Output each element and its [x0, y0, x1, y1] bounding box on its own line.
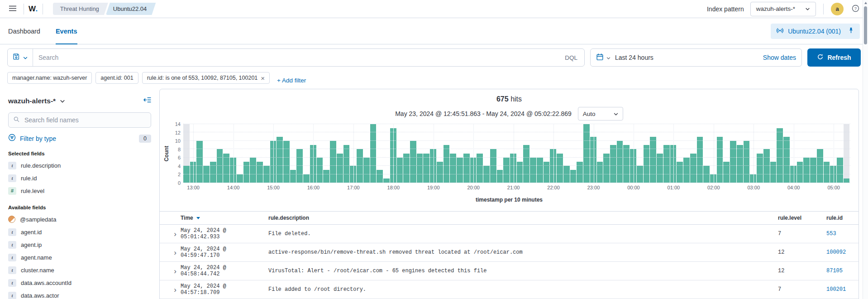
expand-row-button[interactable]: › — [169, 286, 181, 294]
y-gridline — [183, 157, 850, 158]
field-type-text-icon: t — [8, 228, 16, 236]
field-type-number-icon: # — [8, 187, 16, 195]
field-search-input[interactable] — [24, 116, 146, 124]
cell-rule-id-link[interactable]: 100201 — [826, 286, 850, 293]
field-type-text-icon: t — [8, 162, 16, 169]
column-time[interactable]: Time — [181, 215, 268, 221]
filter-by-type-label: Filter by type — [20, 135, 56, 142]
filter-pill[interactable]: agent.id: 001 — [95, 72, 138, 84]
menu-button[interactable] — [6, 3, 19, 15]
calendar-icon — [596, 53, 604, 63]
field-item[interactable]: @sampledata — [8, 213, 151, 226]
column-rule-id[interactable]: rule.id — [826, 215, 850, 221]
tab-dashboard[interactable]: Dashboard — [8, 18, 40, 44]
time-range-value[interactable]: Last 24 hours — [615, 54, 763, 61]
date-picker-menu[interactable] — [596, 53, 615, 63]
column-rule-description[interactable]: rule.description — [268, 215, 778, 221]
field-item[interactable]: tdata.aws.actor — [8, 289, 151, 299]
breadcrumb-item[interactable]: Threat Hunting — [53, 3, 108, 15]
filter-bar: manager.name: wazuh-serveragent.id: 001r… — [0, 71, 868, 89]
field-item[interactable]: tagent.name — [8, 251, 151, 264]
expand-row-icon: › — [174, 248, 176, 257]
fields-sidebar: wazuh-alerts-* Filter by type 0 Selected… — [0, 89, 159, 299]
expand-row-icon: › — [174, 230, 176, 238]
breadcrumb-item[interactable]: Ubuntu22.04 — [106, 3, 156, 15]
interval-select[interactable]: Auto — [578, 107, 623, 121]
x-tick-label: 17:00 — [347, 185, 360, 190]
cell-rule-id-link[interactable]: 553 — [826, 231, 850, 237]
search-input[interactable] — [33, 54, 558, 61]
column-rule-level[interactable]: rule.level — [778, 215, 826, 221]
x-tick-label: 05:00 — [827, 185, 840, 190]
cell-rule-level: 12 — [778, 249, 826, 256]
table-row: ›May 24, 2024 @ 04:58:44.742VirusTotal: … — [160, 262, 858, 280]
filter-count-badge: 0 — [139, 135, 151, 143]
avatar[interactable]: a — [831, 3, 844, 15]
x-tick-label: 15:00 — [267, 185, 280, 190]
histogram-bar-fill — [677, 162, 683, 183]
histogram-bar-fill — [237, 174, 243, 183]
cell-rule-level: 7 — [778, 231, 826, 237]
filter-pill[interactable]: rule.id: is one of 553, 10092, 87105, 10… — [142, 72, 270, 84]
query-bar: DQL Last 24 hours Show dates Refresh — [0, 44, 868, 71]
histogram-bar-fill — [610, 145, 616, 183]
cell-rule-id-link[interactable]: 87105 — [826, 268, 850, 274]
histogram-bar-fill — [557, 154, 563, 183]
histogram-bar-fill — [757, 154, 763, 183]
histogram-bar-fill — [196, 141, 203, 183]
show-dates-button[interactable]: Show dates — [763, 54, 796, 61]
histogram-bar-fill — [837, 158, 843, 183]
divider — [43, 4, 43, 14]
histogram-chart: Count 02468101214 13:0014:0015:0016:0017… — [160, 124, 858, 205]
scrollbar-up-arrow[interactable] — [864, 2, 867, 4]
save-query-icon — [13, 53, 20, 62]
field-type-text-icon: t — [8, 174, 16, 182]
saved-query-menu[interactable] — [8, 49, 33, 66]
x-tick-label: 02:00 — [707, 185, 720, 190]
histogram-bar-fill — [723, 162, 730, 183]
cell-time: May 24, 2024 @ 05:01:42.933 — [181, 227, 268, 240]
add-filter-button[interactable]: + Add filter — [277, 77, 306, 84]
field-search — [8, 112, 151, 128]
histogram-bar-fill — [337, 154, 343, 183]
close-icon[interactable]: × — [261, 75, 265, 82]
y-tick-label: 12 — [175, 130, 181, 135]
field-item[interactable]: trule.description — [8, 159, 151, 172]
field-item[interactable]: tdata.aws.accountId — [8, 276, 151, 289]
selected-fields-label: Selected fields — [8, 151, 151, 156]
filter-by-type[interactable]: Filter by type 0 — [8, 134, 151, 143]
histogram-bar-fill — [563, 166, 570, 183]
query-language-button[interactable]: DQL — [558, 54, 584, 61]
index-pattern-select[interactable]: wazuh-alerts-* — [750, 2, 816, 16]
field-item[interactable]: tcluster.name — [8, 264, 151, 276]
topbar-right: Index pattern wazuh-alerts-* a ? — [707, 2, 862, 16]
x-gridline — [313, 124, 314, 183]
histogram-bar-fill — [263, 166, 270, 183]
filter-pill[interactable]: manager.name: wazuh-server — [7, 72, 92, 84]
app-logo[interactable]: W. — [29, 5, 38, 14]
page-scrollbar[interactable] — [863, 0, 868, 299]
expand-row-button[interactable]: › — [169, 249, 181, 256]
x-tick-label: 00:00 — [627, 185, 640, 190]
tab-events[interactable]: Events — [56, 18, 77, 44]
refresh-button[interactable]: Refresh — [807, 48, 861, 67]
field-item[interactable]: tagent.ip — [8, 238, 151, 251]
sidebar-index-pattern: wazuh-alerts-* — [8, 97, 56, 105]
field-item[interactable]: trule.id — [8, 172, 151, 184]
pinned-agent-pill[interactable]: Ubuntu22.04 (001) — [771, 24, 860, 39]
x-tick-label: 21:00 — [507, 185, 520, 190]
expand-row-button[interactable]: › — [169, 230, 181, 238]
x-gridline — [353, 124, 354, 183]
top-header: W. Threat HuntingUbuntu22.04 Index patte… — [0, 0, 868, 18]
pin-icon[interactable] — [848, 27, 854, 35]
help-button[interactable]: ? — [849, 3, 862, 15]
field-item[interactable]: #rule.level — [8, 184, 151, 197]
collapse-sidebar-icon[interactable] — [143, 96, 151, 106]
field-item[interactable]: tagent.id — [8, 226, 151, 238]
cell-rule-id-link[interactable]: 100092 — [826, 249, 850, 256]
expand-row-button[interactable]: › — [169, 267, 181, 275]
scrollbar-thumb[interactable] — [864, 6, 867, 44]
cell-rule-description: File deleted. — [268, 231, 778, 237]
app-screen: W. Threat HuntingUbuntu22.04 Index patte… — [0, 0, 868, 299]
index-pattern-switcher[interactable]: wazuh-alerts-* — [8, 97, 65, 105]
